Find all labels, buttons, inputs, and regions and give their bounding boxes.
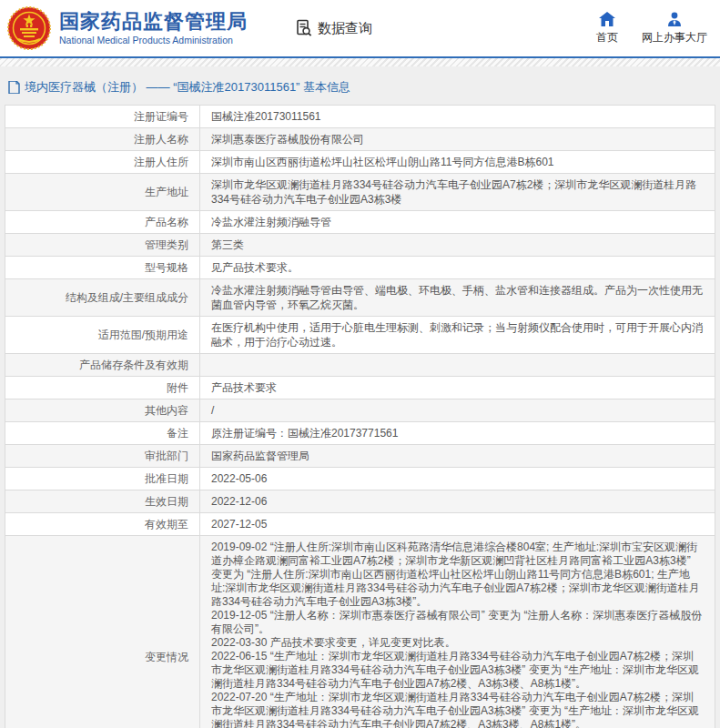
row-label: 结构及组成/主要组成成分 — [5, 279, 200, 316]
row-value: 产品技术要求 — [200, 377, 715, 399]
person-icon — [666, 12, 683, 26]
row-value: 2022-12-06 — [200, 490, 715, 512]
row-value: 见产品技术要求。 — [200, 257, 715, 278]
row-value: 2022-05-06 — [200, 468, 715, 490]
row-label-text: 产品储存条件及有效期 — [79, 358, 188, 372]
row-label: 产品名称 — [5, 211, 200, 233]
row-label-text: 生产地址 — [145, 185, 188, 199]
table-row: 附件产品技术要求 — [5, 377, 715, 399]
row-label: 产品储存条件及有效期 — [5, 354, 200, 376]
row-value: 原注册证编号：国械注准20173771561 — [200, 422, 715, 444]
row-label-text: 有效期至 — [145, 517, 188, 531]
row-label-text: 备注 — [167, 426, 188, 440]
agency-logo: 国家药品监督管理局 National Medical Products Admi… — [7, 6, 248, 50]
table-row: 产品名称冷盐水灌注射频消融导管 — [5, 211, 715, 234]
row-value: 在医疗机构中使用，适用于心脏电生理标测、刺激和记录；当与射频仪配合使用时，可用于… — [200, 317, 715, 353]
row-label: 生效日期 — [5, 490, 200, 512]
row-label: 其他内容 — [5, 399, 200, 421]
table-row: 管理类别第三类 — [5, 234, 715, 257]
table-row: 变更情况2019-09-02 “注册人住所:深圳市南山区科苑路清华信息港综合楼8… — [5, 536, 715, 728]
row-value: 冷盐水灌注射频消融导管 — [200, 211, 715, 233]
table-row: 备注原注册证编号：国械注准20173771561 — [5, 422, 715, 445]
table-row: 生效日期2022-12-06 — [5, 490, 715, 513]
agency-name-cn: 国家药品监督管理局 — [59, 11, 248, 33]
row-label: 注册人住所 — [5, 151, 200, 173]
row-label: 审批部门 — [5, 445, 200, 467]
breadcrumb-text: 境内医疗器械（注册） —— “国械注准20173011561” 基本信息 — [25, 79, 350, 96]
table-row: 注册证编号国械注准20173011561 — [5, 106, 715, 128]
row-label: 型号规格 — [5, 257, 200, 278]
row-value: 第三类 — [200, 234, 715, 256]
row-value: / — [200, 399, 715, 421]
row-value: 深圳惠泰医疗器械股份有限公司 — [200, 128, 715, 150]
nav-home-label: 首页 — [596, 30, 618, 46]
table-row: 结构及组成/主要组成成分冷盐水灌注射频消融导管由导管、端电极、环电极、手柄、盐水… — [5, 279, 715, 317]
row-label-text: 结构及组成/主要组成成分 — [66, 290, 188, 305]
row-label: 附件 — [5, 377, 200, 399]
nav-data-query[interactable]: 数据查询 — [295, 19, 372, 37]
row-label: 生产地址 — [5, 174, 200, 210]
row-value: 国械注准20173011561 — [200, 106, 715, 127]
row-label: 适用范围/预期用途 — [5, 317, 200, 353]
national-emblem-icon — [7, 6, 51, 50]
row-value: 2019-09-02 “注册人住所:深圳市南山区科苑路清华信息港综合楼804室;… — [200, 536, 715, 728]
row-label-text: 管理类别 — [145, 238, 188, 252]
table-row: 注册人住所深圳市南山区西丽街道松坪山社区松坪山朗山路11号同方信息港B栋601 — [5, 151, 715, 174]
row-value: 深圳市南山区西丽街道松坪山社区松坪山朗山路11号同方信息港B栋601 — [200, 151, 715, 173]
row-label-text: 注册人住所 — [134, 155, 188, 169]
row-value — [200, 354, 715, 376]
site-header: 国家药品监督管理局 National Medical Products Admi… — [0, 0, 720, 56]
nav-home[interactable]: 首页 — [596, 12, 618, 46]
table-row: 批准日期2022-05-06 — [5, 468, 715, 490]
row-label: 注册证编号 — [5, 106, 200, 127]
row-label-text: 变更情况 — [145, 650, 188, 664]
row-label: 备注 — [5, 422, 200, 444]
table-row: 型号规格见产品技术要求。 — [5, 257, 715, 279]
row-value: 国家药品监督管理局 — [200, 445, 715, 467]
row-value: 深圳市龙华区观澜街道桂月路334号硅谷动力汽车电子创业园A7栋2楼；深圳市龙华区… — [200, 174, 715, 210]
row-label-text: 生效日期 — [145, 494, 188, 509]
row-label: 批准日期 — [5, 468, 200, 490]
data-query-icon — [295, 19, 313, 37]
row-label-text: 型号规格 — [145, 260, 188, 275]
row-label-text: 批准日期 — [145, 471, 188, 486]
row-label: 管理类别 — [5, 234, 200, 256]
row-label: 有效期至 — [5, 513, 200, 535]
row-label: 注册人名称 — [5, 128, 200, 150]
main-content: 境内医疗器械（注册） —— “国械注准20173011561” 基本信息 注册证… — [0, 66, 720, 728]
table-row: 有效期至2027-12-05 — [5, 513, 715, 536]
nav-service-hall[interactable]: 网上办事大厅 — [642, 12, 707, 46]
agency-name-en: National Medical Products Administration — [59, 35, 248, 46]
row-label-text: 其他内容 — [145, 403, 188, 418]
hatch-divider — [0, 58, 720, 66]
row-label-text: 注册人名称 — [134, 132, 188, 147]
document-icon — [8, 81, 20, 94]
table-row: 审批部门国家药品监督管理局 — [5, 445, 715, 468]
table-row: 其他内容/ — [5, 399, 715, 422]
row-label-text: 适用范围/预期用途 — [98, 328, 188, 342]
row-label-text: 附件 — [167, 380, 188, 395]
row-label: 变更情况 — [5, 536, 200, 728]
table-row: 注册人名称深圳惠泰医疗器械股份有限公司 — [5, 128, 715, 151]
row-value: 冷盐水灌注射频消融导管由导管、端电极、环电极、手柄、盐水管和连接器组成。产品为一… — [200, 279, 715, 316]
header-nav: 首页 网上办事大厅 — [596, 12, 707, 46]
breadcrumb: 境内医疗器械（注册） —— “国械注准20173011561” 基本信息 — [5, 77, 715, 105]
table-row: 适用范围/预期用途在医疗机构中使用，适用于心脏电生理标测、刺激和记录；当与射频仪… — [5, 317, 715, 354]
home-icon — [599, 12, 615, 26]
nav-service-hall-label: 网上办事大厅 — [642, 30, 707, 46]
table-row: 产品储存条件及有效期 — [5, 354, 715, 377]
row-value: 2027-12-05 — [200, 513, 715, 535]
row-label-text: 产品名称 — [145, 215, 188, 229]
table-row: 生产地址深圳市龙华区观澜街道桂月路334号硅谷动力汽车电子创业园A7栋2楼；深圳… — [5, 174, 715, 211]
registration-info-table: 注册证编号国械注准20173011561注册人名称深圳惠泰医疗器械股份有限公司注… — [5, 105, 715, 728]
nav-data-query-label: 数据查询 — [318, 20, 372, 37]
row-label-text: 注册证编号 — [134, 109, 188, 124]
row-label-text: 审批部门 — [145, 449, 188, 463]
